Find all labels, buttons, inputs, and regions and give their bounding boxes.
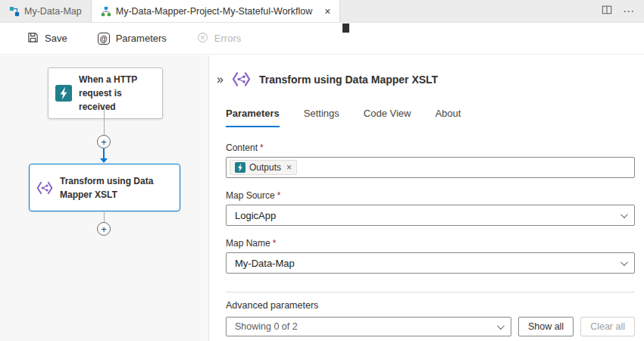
collapse-panel-icon[interactable]: »: [217, 74, 224, 86]
data-map-file-icon: [9, 6, 20, 17]
main-area: When a HTTP request is received + Transf…: [0, 55, 644, 341]
errors-button[interactable]: Errors: [197, 32, 241, 45]
chevron-down-icon: [621, 211, 628, 218]
panel-tab-bar: Parameters Settings Code View About: [226, 108, 635, 127]
errors-label: Errors: [214, 33, 241, 44]
split-editor-icon[interactable]: [602, 5, 612, 18]
map-source-label: Map Source*: [226, 190, 635, 201]
add-action-end-button[interactable]: +: [97, 222, 111, 236]
tab-settings[interactable]: Settings: [304, 108, 339, 127]
add-action-between-button[interactable]: +: [97, 135, 111, 149]
connector-line: [104, 212, 105, 222]
remove-token-icon[interactable]: ×: [286, 163, 292, 172]
save-label: Save: [45, 33, 67, 44]
trigger-card[interactable]: When a HTTP request is received: [48, 67, 163, 119]
tab-workflow[interactable]: My-Data-Mapper-Project-My-Stateful-Workf…: [92, 0, 341, 22]
map-name-label: Map Name*: [226, 238, 635, 249]
panel-title: Transform using Data Mapper XSLT: [259, 74, 438, 86]
action-card[interactable]: Transform using Data Mapper XSLT: [29, 164, 180, 211]
parameters-form: Content* Outputs × Map Source* LogicApp: [226, 142, 635, 274]
required-asterisk: *: [260, 142, 264, 153]
connector-arrow-line: [103, 149, 105, 159]
operation-panel: » Transform using Data Mapper XSLT Param…: [209, 55, 644, 341]
content-label-text: Content: [226, 142, 258, 153]
tab-code-view[interactable]: Code View: [364, 108, 411, 127]
editor-tab-bar: My-Data-Map My-Data-Mapper-Project-My-St…: [0, 0, 644, 23]
workflow-canvas[interactable]: When a HTTP request is received + Transf…: [0, 55, 209, 341]
content-input[interactable]: Outputs ×: [226, 157, 635, 178]
designer-toolbar: Save @ Parameters Errors: [0, 23, 644, 55]
tab-label: My-Data-Mapper-Project-My-Stateful-Workf…: [116, 6, 313, 17]
map-source-value: LogicApp: [235, 210, 276, 221]
parameters-button[interactable]: @ Parameters: [98, 33, 167, 45]
save-icon: [27, 32, 39, 45]
map-source-dropdown[interactable]: LogicApp: [226, 205, 635, 226]
action-card-label: Transform using Data Mapper XSLT: [60, 174, 174, 202]
show-all-button[interactable]: Show all: [518, 317, 574, 336]
map-source-label-text: Map Source: [226, 190, 275, 201]
parameters-icon: @: [98, 33, 110, 45]
http-request-icon: [55, 84, 73, 102]
trigger-card-label: When a HTTP request is received: [79, 73, 156, 114]
workflow-file-icon: [101, 6, 111, 17]
content-label: Content*: [226, 142, 635, 153]
screen-artifact: [342, 23, 349, 33]
more-actions-icon[interactable]: ⋯: [623, 5, 635, 18]
required-asterisk: *: [277, 190, 281, 201]
advanced-parameters-value: Showing 0 of 2: [235, 321, 298, 332]
token-label: Outputs: [249, 162, 281, 173]
chevron-down-icon: [497, 322, 505, 330]
outputs-token[interactable]: Outputs ×: [230, 160, 297, 175]
tab-bar-actions: ⋯: [602, 0, 644, 22]
connector-arrowhead-icon: [100, 158, 108, 163]
advanced-parameters-dropdown[interactable]: Showing 0 of 2: [226, 317, 511, 336]
data-mapper-icon: [36, 179, 54, 197]
http-request-icon: [235, 162, 245, 173]
map-name-value: My-Data-Map: [235, 258, 295, 269]
divider: [226, 292, 635, 293]
advanced-parameters-label: Advanced parameters: [226, 300, 635, 311]
required-asterisk: *: [273, 238, 277, 249]
tab-about[interactable]: About: [435, 108, 461, 127]
close-tab-icon[interactable]: ×: [324, 6, 330, 17]
data-mapper-icon: [231, 69, 252, 89]
panel-header: » Transform using Data Mapper XSLT: [217, 69, 635, 89]
map-name-dropdown[interactable]: My-Data-Map: [226, 252, 635, 274]
tab-my-data-map[interactable]: My-Data-Map: [0, 0, 92, 22]
parameters-label: Parameters: [116, 33, 167, 44]
error-circle-icon: [197, 32, 208, 45]
advanced-parameters-row: Showing 0 of 2 Show all Clear all: [226, 317, 635, 336]
tab-label: My-Data-Map: [24, 6, 82, 17]
save-button[interactable]: Save: [27, 32, 67, 45]
tab-parameters[interactable]: Parameters: [226, 108, 280, 127]
map-name-label-text: Map Name: [226, 238, 270, 249]
connector-line: [104, 107, 105, 135]
chevron-down-icon: [621, 258, 628, 266]
clear-all-button[interactable]: Clear all: [580, 317, 635, 336]
